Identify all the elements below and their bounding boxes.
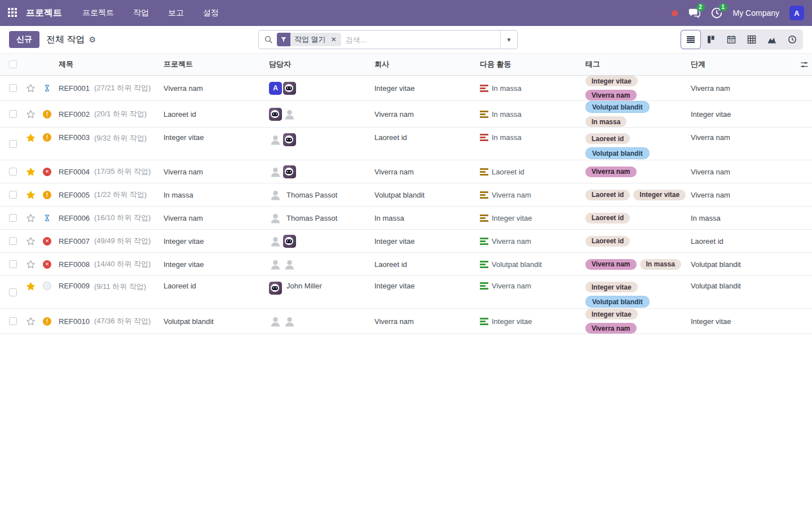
- header-company[interactable]: 회사: [371, 54, 476, 75]
- star-outline-icon[interactable]: [26, 260, 36, 269]
- row-checkbox[interactable]: [9, 168, 17, 176]
- select-all-checkbox[interactable]: [9, 60, 17, 68]
- view-activity-button[interactable]: [783, 30, 802, 49]
- star-outline-icon[interactable]: [26, 110, 36, 119]
- status-warning-icon[interactable]: !: [43, 317, 51, 326]
- star-filled-icon[interactable]: [26, 133, 36, 143]
- app-brand[interactable]: 프로젝트: [26, 7, 62, 19]
- status-error-icon[interactable]: ✕: [43, 237, 51, 246]
- header-project[interactable]: 프로젝트: [160, 54, 266, 75]
- activity-icon[interactable]: [480, 214, 488, 222]
- status-warning-icon[interactable]: !: [43, 110, 51, 119]
- activity-icon[interactable]: [480, 282, 488, 290]
- filter-remove-icon[interactable]: ✕: [330, 36, 341, 43]
- person-avatar[interactable]: [269, 133, 282, 146]
- user-avatar[interactable]: A: [789, 6, 804, 20]
- search-dropdown-caret[interactable]: ▼: [500, 30, 517, 49]
- robot-avatar[interactable]: [283, 133, 296, 146]
- person-avatar[interactable]: [269, 212, 282, 225]
- robot-avatar[interactable]: [283, 165, 296, 178]
- new-button[interactable]: 신규: [9, 31, 39, 48]
- star-outline-icon[interactable]: [26, 237, 36, 246]
- activity-icon[interactable]: [480, 134, 488, 141]
- table-row[interactable]: REF0009(9/11 하위 작업) Laoreet id John Mill…: [0, 276, 812, 309]
- status-none-icon[interactable]: [43, 282, 51, 290]
- star-outline-icon[interactable]: [26, 84, 36, 93]
- activity-icon[interactable]: [480, 111, 488, 118]
- header-activity[interactable]: 다음 활동: [476, 54, 582, 75]
- row-checkbox[interactable]: [9, 317, 17, 325]
- status-error-icon[interactable]: ✕: [43, 260, 51, 269]
- table-row[interactable]: ! REF0002(20/1 하위 작업) Laoreet id Viverra…: [0, 101, 812, 128]
- header-assignee[interactable]: 담당자: [266, 54, 371, 75]
- table-row[interactable]: ✕ REF0004(17/35 하위 작업) Viverra nam Viver…: [0, 160, 812, 183]
- person-avatar[interactable]: [269, 189, 282, 202]
- filter-funnel-icon[interactable]: [277, 33, 290, 46]
- header-title[interactable]: 제목: [55, 54, 160, 75]
- star-filled-icon[interactable]: [26, 167, 36, 177]
- robot-avatar[interactable]: [269, 108, 282, 121]
- star-outline-icon[interactable]: [26, 317, 36, 326]
- robot-avatar[interactable]: [269, 282, 282, 295]
- row-checkbox[interactable]: [9, 140, 17, 148]
- row-checkbox[interactable]: [9, 110, 17, 118]
- status-warning-icon[interactable]: !: [43, 191, 51, 199]
- search-input[interactable]: [346, 36, 500, 44]
- view-graph-button[interactable]: [762, 30, 782, 49]
- person-avatar[interactable]: [269, 165, 282, 178]
- status-warning-icon[interactable]: !: [43, 133, 51, 142]
- navbar-menu-0[interactable]: 프로젝트: [81, 6, 115, 20]
- row-checkbox[interactable]: [9, 237, 17, 245]
- list-header: 제목 프로젝트 담당자 회사 다음 활동 태그 단계: [0, 54, 812, 76]
- header-stage[interactable]: 단계: [687, 54, 796, 75]
- status-error-icon[interactable]: ✕: [43, 168, 51, 176]
- activities-icon[interactable]: 1: [710, 7, 723, 19]
- company-switcher[interactable]: My Company: [733, 8, 779, 17]
- table-row[interactable]: ✕ REF0007(49/49 하위 작업) Integer vitae Int…: [0, 230, 812, 253]
- row-checkbox[interactable]: [9, 260, 17, 268]
- gear-icon[interactable]: ⚙: [89, 35, 96, 44]
- optional-columns-icon[interactable]: [800, 60, 809, 69]
- star-filled-icon[interactable]: [26, 190, 36, 200]
- robot-avatar[interactable]: [283, 235, 296, 248]
- status-hourglass-icon[interactable]: [43, 213, 51, 222]
- row-checkbox[interactable]: [9, 214, 17, 222]
- table-row[interactable]: REF0001(27/21 하위 작업) Viverra nam A Integ…: [0, 76, 812, 101]
- robot-avatar[interactable]: [283, 82, 296, 95]
- activity-icon[interactable]: [480, 238, 488, 245]
- navbar-menu-2[interactable]: 보고: [167, 6, 185, 20]
- star-filled-icon[interactable]: [26, 282, 36, 291]
- activity-icon[interactable]: [480, 318, 488, 325]
- row-checkbox[interactable]: [9, 191, 17, 199]
- header-tags[interactable]: 태그: [582, 54, 687, 75]
- view-pivot-button[interactable]: [742, 30, 761, 49]
- search-box[interactable]: 작업 열기 ✕ ▼: [258, 30, 518, 49]
- status-hourglass-icon[interactable]: [43, 84, 51, 93]
- star-outline-icon[interactable]: [26, 213, 36, 223]
- navbar-menu-3[interactable]: 설정: [202, 6, 220, 20]
- activity-icon[interactable]: [480, 261, 488, 268]
- messages-icon[interactable]: 2: [688, 7, 700, 19]
- table-row[interactable]: ! REF0005(1/22 하위 작업) In massa Thomas Pa…: [0, 183, 812, 207]
- letter-avatar[interactable]: A: [269, 82, 282, 95]
- apps-grid-icon[interactable]: [8, 8, 18, 18]
- table-row[interactable]: ! REF0010(47/36 하위 작업) Volutpat blandit …: [0, 309, 812, 334]
- row-checkbox[interactable]: [9, 288, 17, 296]
- view-kanban-button[interactable]: [701, 30, 721, 49]
- person-avatar[interactable]: [269, 235, 282, 248]
- navbar-menu-1[interactable]: 작업: [132, 6, 150, 20]
- activity-icon[interactable]: [480, 168, 488, 176]
- view-list-button[interactable]: [681, 30, 700, 49]
- table-row[interactable]: ! REF0003(9/32 하위 작업) Integer vitae Laor…: [0, 128, 812, 160]
- person-avatar[interactable]: [269, 258, 282, 271]
- activity-icon[interactable]: [480, 191, 488, 199]
- table-row[interactable]: REF0006(16/10 하위 작업) Viverra nam Thomas …: [0, 207, 812, 230]
- person-avatar[interactable]: [283, 258, 296, 271]
- person-avatar[interactable]: [283, 315, 296, 328]
- view-calendar-button[interactable]: [722, 30, 741, 49]
- person-avatar[interactable]: [269, 315, 282, 328]
- row-checkbox[interactable]: [9, 84, 17, 92]
- activity-icon[interactable]: [480, 85, 488, 92]
- person-avatar[interactable]: [283, 108, 296, 121]
- table-row[interactable]: ✕ REF0008(14/40 하위 작업) Integer vitae Lao…: [0, 253, 812, 276]
